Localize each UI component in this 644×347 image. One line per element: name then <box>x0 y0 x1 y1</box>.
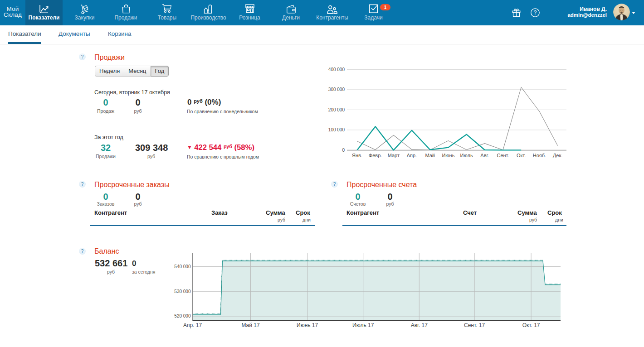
svg-text:Июль 17: Июль 17 <box>352 322 374 328</box>
svg-text:Июнь 17: Июнь 17 <box>297 322 318 328</box>
svg-text:Окт. 17: Окт. 17 <box>522 322 540 328</box>
svg-text:Янв.: Янв. <box>352 153 362 158</box>
svg-text:400 000: 400 000 <box>328 67 345 72</box>
svg-text:0: 0 <box>342 148 345 153</box>
svg-text:Февр.: Февр. <box>369 153 382 158</box>
svg-text:Нояб.: Нояб. <box>533 153 546 158</box>
svg-text:200 000: 200 000 <box>328 107 345 112</box>
svg-text:Март: Март <box>388 153 400 158</box>
svg-text:Апр. 17: Апр. 17 <box>183 322 202 328</box>
svg-text:Сент. 17: Сент. 17 <box>464 322 485 328</box>
svg-text:Авг. 17: Авг. 17 <box>411 322 428 328</box>
svg-text:540 000: 540 000 <box>174 264 191 269</box>
svg-text:Сент.: Сент. <box>497 153 509 158</box>
svg-text:?: ? <box>534 10 537 16</box>
svg-text:Июнь: Июнь <box>442 153 454 158</box>
svg-text:Май 17: Май 17 <box>241 322 260 328</box>
svg-text:300 000: 300 000 <box>328 87 345 92</box>
svg-text:Дек.: Дек. <box>553 153 562 158</box>
svg-text:Авг.: Авг. <box>480 153 489 158</box>
svg-text:100 000: 100 000 <box>328 127 345 132</box>
svg-text:530 000: 530 000 <box>174 289 191 294</box>
svg-text:520 000: 520 000 <box>174 313 191 318</box>
svg-text:Окт.: Окт. <box>517 153 526 158</box>
svg-text:Июль: Июль <box>460 153 473 158</box>
svg-text:Май: Май <box>425 153 435 158</box>
svg-text:Апр.: Апр. <box>407 153 417 158</box>
